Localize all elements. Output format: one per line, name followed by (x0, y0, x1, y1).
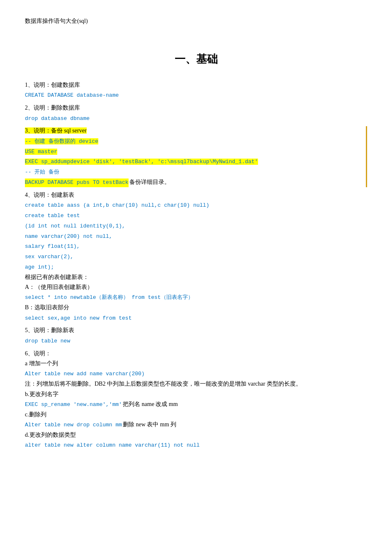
item-3-sub2: USE master (25, 149, 57, 155)
item-6-codeB: EXEC sp_rename 'new.name','mm' (25, 401, 122, 409)
item-6-codeC-suffix: 删除 new 表中 mm 列 (123, 420, 176, 429)
item-6-notb: b.更改列名字 (25, 391, 58, 397)
item-4-noteA: A：（使用旧表创建新表） (25, 284, 93, 290)
item-3: 3、说明：备份 sql server -- 创建 备份数据的 device US… (25, 126, 367, 187)
item-5-label: 5、说明：删除新表 (25, 327, 74, 333)
item-4-code3: (id int not null identity(0,1), (25, 223, 125, 229)
item-4-code5: salary float(11), (25, 243, 80, 249)
item-6-codeB-suffix: 把列名 name 改成 mm (123, 400, 178, 409)
item-4-codeA: select * into newtable（新表名称） from test（旧… (25, 294, 193, 301)
item-4-code7: age int); (25, 264, 54, 270)
item-4-noteB: B：选取旧表部分 (25, 304, 69, 311)
item-2-label: 2、说明：删除数据库 (25, 105, 80, 111)
item-5-code: drop table new (25, 338, 70, 344)
page-title: 数据库操作语句大全(sql) (25, 17, 367, 26)
item-3-sub5-code: BACKUP DATABASE pubs TO testBack (25, 178, 129, 187)
section-heading: 一、基础 (25, 51, 367, 68)
item-6-label: 6、说明： (25, 350, 51, 357)
item-6-codeC: Alter table new drop column mm (25, 421, 122, 430)
item-6-codeA: Alter table new add name varchar(200) (25, 371, 145, 377)
item-6-nota: a 增加一个列 (25, 360, 58, 367)
item-2: 2、说明：删除数据库 drop database dbname (25, 103, 367, 123)
item-4-codeB: select sex,age into new from test (25, 315, 131, 321)
item-1: 1、说明：创建数据库 CREATE DATABASE database-name (25, 81, 367, 100)
item-5: 5、说明：删除新表 drop table new (25, 326, 367, 345)
item-2-code: drop database dbname (25, 115, 90, 122)
item-4-note1: 根据已有的表创建新表： (25, 274, 89, 280)
item-4-code4: name varchar(200) not null, (25, 233, 112, 240)
item-3-sub5-suffix: 备份详细目录。 (129, 178, 170, 187)
item-6: 6、说明： a 增加一个列 Alter table new add name v… (25, 349, 367, 450)
item-1-code: CREATE DATABASE database-name (25, 92, 119, 98)
item-1-label: 1、说明：创建数据库 (25, 82, 80, 88)
item-3-sub1: -- 创建 备份数据的 device (25, 138, 98, 144)
item-6-noteA-desc: 注：列增加后将不能删除。DB2 中列加上后数据类型也不能改变，唯一能改变的是增加… (25, 381, 302, 387)
item-6-notc: c.删除列 (25, 411, 46, 418)
item-4-label: 4、说明：创建新表 (25, 192, 74, 198)
item-6-codeD: alter table new alter column name varcha… (25, 442, 200, 448)
item-3-sub4: -- 开始 备份 (25, 169, 59, 175)
item-4: 4、说明：创建新表 create table aass (a int,b cha… (25, 191, 367, 323)
item-3-sub3: EXEC sp_addumpdevice 'disk', 'testBack',… (25, 159, 258, 165)
item-3-label: 3、说明：备份 sql server (25, 127, 87, 134)
item-4-code1: create table aass (a int,b char(10) null… (25, 202, 209, 208)
item-4-code2: create table test (25, 213, 80, 219)
item-6-notd: d.更改列的数据类型 (25, 432, 76, 438)
item-4-code6: sex varchar(2), (25, 254, 73, 260)
